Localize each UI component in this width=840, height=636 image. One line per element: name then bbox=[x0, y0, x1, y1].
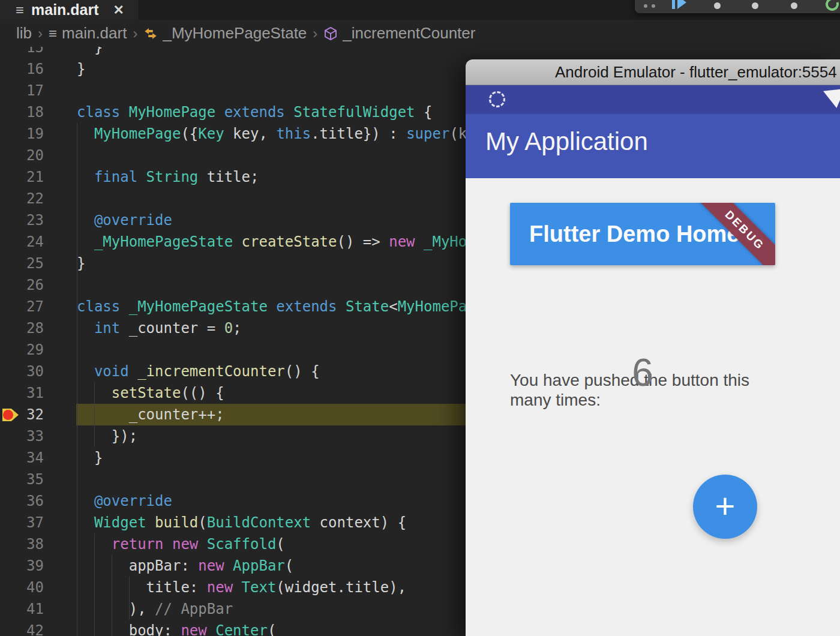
line-number-31[interactable]: 31 bbox=[0, 382, 44, 404]
code-line-32[interactable]: _counter++; bbox=[77, 404, 224, 425]
chevron-right-icon: › bbox=[38, 25, 43, 42]
wifi-icon bbox=[823, 89, 840, 108]
code-line-27[interactable]: class _MyHomePageState extends State<MyH… bbox=[77, 296, 511, 317]
line-number-17[interactable]: 17 bbox=[0, 80, 44, 101]
line-number-19[interactable]: 19 bbox=[0, 123, 44, 145]
line-number-34[interactable]: 34 bbox=[0, 447, 44, 469]
debug-step-out-icon[interactable] bbox=[791, 0, 797, 9]
class-icon bbox=[143, 26, 158, 41]
line-number-30[interactable]: 30 bbox=[0, 361, 44, 382]
drag-grip-icon[interactable] bbox=[644, 4, 659, 8]
line-number-36[interactable]: 36 bbox=[0, 490, 44, 512]
breadcrumb: lib › ≡ main.dart › _MyHomePageState › _… bbox=[0, 20, 840, 47]
breadcrumb-item-myhomepagestate[interactable]: _MyHomePageState bbox=[143, 24, 307, 43]
breadcrumb-label: main.dart bbox=[62, 24, 127, 43]
tab-label: main.dart bbox=[31, 1, 99, 19]
code-line-21[interactable]: final String title; bbox=[77, 166, 259, 188]
line-number-22[interactable]: 22 bbox=[0, 188, 44, 209]
debug-step-over-icon[interactable] bbox=[714, 0, 721, 9]
code-line-16[interactable]: } bbox=[77, 58, 85, 80]
code-line-34[interactable]: } bbox=[77, 447, 103, 469]
line-number-40[interactable]: 40 bbox=[0, 577, 44, 598]
line-number-21[interactable]: 21 bbox=[0, 166, 44, 188]
code-line-38[interactable]: return new Scaffold( bbox=[77, 533, 285, 555]
debug-continue-icon[interactable] bbox=[672, 0, 686, 9]
breadcrumb-item-incrementcounter[interactable]: _incrementCounter bbox=[323, 24, 475, 43]
code-line-42[interactable]: body: new Center( bbox=[77, 620, 276, 636]
line-number-16[interactable]: 16 bbox=[0, 58, 44, 80]
breadcrumb-item-lib[interactable]: lib bbox=[16, 24, 32, 43]
line-number-23[interactable]: 23 bbox=[0, 209, 44, 231]
chevron-right-icon: › bbox=[313, 25, 317, 42]
line-number-38[interactable]: 38 bbox=[0, 533, 44, 555]
line-number-18[interactable]: 18 bbox=[0, 101, 44, 123]
emulator-titlebar[interactable]: Android Emulator - flutter_emulator:5554 bbox=[466, 59, 840, 85]
method-cube-icon bbox=[323, 26, 338, 41]
code-line-25[interactable]: } bbox=[77, 253, 85, 274]
debug-toolbar bbox=[635, 0, 840, 13]
debug-step-into-icon[interactable] bbox=[752, 0, 758, 9]
code-line-31[interactable]: setState(() { bbox=[77, 382, 224, 404]
android-app-bar: My Application bbox=[466, 114, 840, 178]
flutter-app-bar-card: Flutter Demo Home ... DEBUG bbox=[510, 203, 775, 265]
debug-restart-icon[interactable] bbox=[823, 0, 840, 13]
breadcrumb-label: _incrementCounter bbox=[343, 24, 475, 43]
chevron-right-icon: › bbox=[133, 25, 137, 42]
line-number-24[interactable]: 24 bbox=[0, 231, 44, 253]
sync-spinner-icon bbox=[489, 91, 505, 107]
line-number-35[interactable]: 35 bbox=[0, 469, 44, 490]
android-status-bar bbox=[466, 85, 840, 114]
counter-value: 6 bbox=[510, 350, 775, 395]
line-number-27[interactable]: 27 bbox=[0, 296, 44, 317]
line-number-28[interactable]: 28 bbox=[0, 317, 44, 339]
code-line-39[interactable]: appBar: new AppBar( bbox=[77, 555, 293, 577]
line-number-25[interactable]: 25 bbox=[0, 253, 44, 274]
code-line-23[interactable]: @override bbox=[77, 209, 172, 231]
line-number-20[interactable]: 20 bbox=[0, 145, 44, 166]
breadcrumb-item-main-dart[interactable]: ≡ main.dart bbox=[49, 24, 127, 43]
tab-main-dart[interactable]: ≡ main.dart ✕ bbox=[0, 0, 139, 20]
line-number-33[interactable]: 33 bbox=[0, 425, 44, 447]
line-number-15[interactable]: 15 bbox=[0, 47, 44, 58]
emulator-window-title: Android Emulator - flutter_emulator:5554 bbox=[555, 59, 837, 85]
code-line-28[interactable]: int _counter = 0; bbox=[77, 317, 242, 339]
line-number-42[interactable]: 42 bbox=[0, 620, 44, 636]
code-line-30[interactable]: void _incrementCounter() { bbox=[77, 361, 320, 382]
line-number-41[interactable]: 41 bbox=[0, 598, 44, 620]
file-icon: ≡ bbox=[49, 25, 57, 42]
increment-fab[interactable]: + bbox=[693, 475, 757, 539]
flutter-app-body: Flutter Demo Home ... DEBUG You have pus… bbox=[466, 178, 840, 636]
code-line-41[interactable]: ), // AppBar bbox=[77, 598, 233, 620]
code-line-18[interactable]: class MyHomePage extends StatefulWidget … bbox=[77, 101, 432, 123]
android-emulator-window: Android Emulator - flutter_emulator:5554… bbox=[466, 59, 840, 636]
code-line-15[interactable]: } bbox=[77, 47, 103, 58]
line-number-29[interactable]: 29 bbox=[0, 339, 44, 361]
code-line-40[interactable]: title: new Text(widget.title), bbox=[77, 577, 406, 598]
breadcrumb-label: lib bbox=[16, 24, 32, 43]
breadcrumb-label: _MyHomePageState bbox=[163, 24, 307, 43]
screen: ≡ main.dart ✕ lib › ≡ main.dart › _MyHom… bbox=[0, 0, 840, 636]
line-number-39[interactable]: 39 bbox=[0, 555, 44, 577]
code-line-33[interactable]: }); bbox=[77, 425, 137, 447]
close-icon[interactable]: ✕ bbox=[113, 2, 124, 18]
line-number-37[interactable]: 37 bbox=[0, 512, 44, 533]
plus-icon: + bbox=[715, 488, 736, 523]
android-app-bar-title: My Application bbox=[485, 127, 648, 156]
line-number-26[interactable]: 26 bbox=[0, 274, 44, 296]
code-line-36[interactable]: @override bbox=[77, 490, 172, 512]
file-icon: ≡ bbox=[16, 0, 24, 20]
code-line-37[interactable]: Widget build(BuildContext context) { bbox=[77, 512, 406, 533]
